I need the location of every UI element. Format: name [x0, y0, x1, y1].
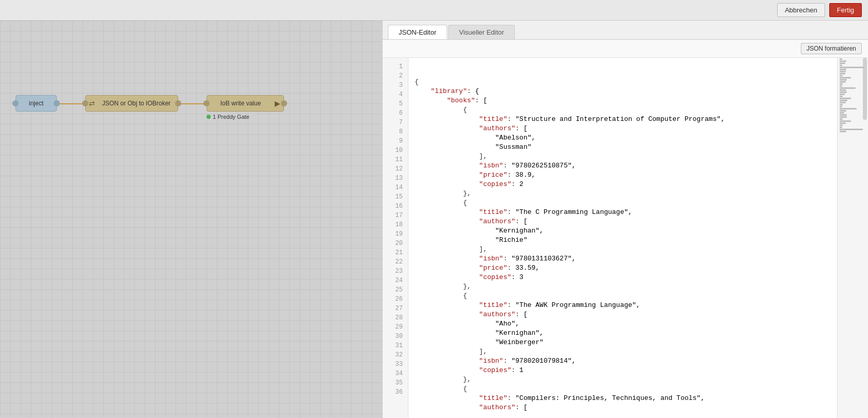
- code-line-9: ],: [415, 152, 837, 161]
- code-line-11: "price": 38.9,: [415, 171, 837, 180]
- top-bar: Abbrechen Fertig: [0, 0, 868, 21]
- code-line-16: "authors": [: [415, 217, 837, 226]
- status-dot: [207, 115, 211, 119]
- code-line-4: {: [415, 105, 837, 115]
- line-number-4: 4: [383, 90, 408, 99]
- abbrechen-button[interactable]: Abbrechen: [777, 3, 825, 17]
- code-line-27: "Aho",: [415, 319, 837, 329]
- port-left-inject: [12, 100, 19, 106]
- editor-toolbar: JSON formatieren: [383, 40, 868, 58]
- line-number-29: 29: [383, 322, 408, 332]
- line-number-6: 6: [383, 109, 408, 118]
- right-panel: JSON-Editor Visueller Editor JSON format…: [382, 21, 868, 418]
- tab-visual-editor[interactable]: Visueller Editor: [448, 25, 515, 39]
- node-status: 1 Preddy Gate: [207, 114, 249, 120]
- node-inject-label: inject: [29, 100, 43, 107]
- line-numbers: 1234567891011121314151617181920212223242…: [383, 58, 408, 418]
- code-line-30: ],: [415, 347, 837, 357]
- code-line-3: "books": [: [415, 96, 837, 105]
- line-number-14: 14: [383, 183, 408, 192]
- tab-json-editor[interactable]: JSON-Editor: [388, 25, 447, 39]
- fertig-button[interactable]: Fertig: [829, 3, 862, 17]
- line-number-30: 30: [383, 332, 408, 341]
- code-line-15: "title": "The C Programming Language",: [415, 208, 837, 217]
- line-number-12: 12: [383, 164, 408, 174]
- line-number-31: 31: [383, 341, 408, 350]
- line-number-17: 17: [383, 211, 408, 220]
- flow-canvas[interactable]: inject ⇄ JSON or Obj to IOBroker IoB wri…: [0, 21, 382, 418]
- node-iob-write[interactable]: IoB write value ▶: [207, 95, 284, 112]
- line-number-2: 2: [383, 71, 408, 81]
- port-right-json: [175, 100, 181, 106]
- scrollbar-thumb[interactable]: [863, 58, 867, 120]
- code-line-20: "isbn": "9780131103627",: [415, 254, 837, 264]
- tab-bar: JSON-Editor Visueller Editor: [383, 21, 868, 40]
- json-node-icon: ⇄: [89, 99, 95, 107]
- line-number-8: 8: [383, 127, 408, 136]
- code-line-24: {: [415, 291, 837, 301]
- code-line-28: "Kernighan",: [415, 329, 837, 338]
- code-line-35: "title": "Compilers: Principles, Techniq…: [415, 394, 837, 403]
- code-line-29: "Weinberger": [415, 338, 837, 347]
- code-line-12: "copies": 2: [415, 180, 837, 189]
- code-line-10: "isbn": "9780262510875",: [415, 161, 837, 171]
- code-line-26: "authors": [: [415, 310, 837, 319]
- line-number-15: 15: [383, 192, 408, 202]
- line-number-3: 3: [383, 81, 408, 90]
- port-right-inject: [54, 100, 60, 106]
- line-number-9: 9: [383, 136, 408, 146]
- code-line-23: },: [415, 282, 837, 291]
- line-number-13: 13: [383, 174, 408, 183]
- code-line-6: "authors": [: [415, 124, 837, 133]
- line-number-28: 28: [383, 313, 408, 322]
- node-json-label: JSON or Obj to IOBroker: [102, 100, 171, 107]
- node-iob-label: IoB write value: [220, 100, 261, 107]
- line-number-24: 24: [383, 276, 408, 285]
- port-left-json: [82, 100, 88, 106]
- code-line-33: },: [415, 375, 837, 384]
- code-line-8: "Sussman": [415, 143, 837, 152]
- line-number-19: 19: [383, 229, 408, 239]
- line-number-33: 33: [383, 360, 408, 369]
- minimap: [837, 58, 868, 418]
- line-number-7: 7: [383, 118, 408, 127]
- status-label: 1 Preddy Gate: [213, 114, 249, 120]
- code-line-31: "isbn": "9780201079814",: [415, 357, 837, 366]
- line-number-10: 10: [383, 146, 408, 155]
- line-number-21: 21: [383, 248, 408, 257]
- code-line-2: "library": {: [415, 87, 837, 96]
- code-line-22: "copies": 3: [415, 273, 837, 282]
- line-number-25: 25: [383, 285, 408, 295]
- code-line-1: {: [415, 78, 837, 87]
- port-right-iob: [281, 100, 287, 106]
- port-left-iob: [203, 100, 210, 106]
- line-number-20: 20: [383, 239, 408, 248]
- code-line-13: },: [415, 189, 837, 198]
- code-line-19: ],: [415, 245, 837, 254]
- line-number-23: 23: [383, 267, 408, 276]
- line-number-5: 5: [383, 99, 408, 109]
- node-json-obj[interactable]: ⇄ JSON or Obj to IOBroker: [85, 95, 178, 112]
- line-number-16: 16: [383, 202, 408, 211]
- code-content[interactable]: { "library": { "books": [ { "title": "St…: [408, 58, 837, 418]
- format-json-button[interactable]: JSON formatieren: [801, 43, 862, 54]
- line-number-36: 36: [383, 388, 408, 397]
- code-editor-area: 1234567891011121314151617181920212223242…: [383, 58, 868, 418]
- code-line-14: {: [415, 198, 837, 208]
- code-line-36: "authors": [: [415, 403, 837, 412]
- line-number-22: 22: [383, 257, 408, 267]
- code-line-17: "Kernighan",: [415, 226, 837, 236]
- code-line-18: "Richie": [415, 236, 837, 245]
- line-number-34: 34: [383, 369, 408, 378]
- code-line-34: {: [415, 384, 837, 394]
- main-area: inject ⇄ JSON or Obj to IOBroker IoB wri…: [0, 21, 868, 418]
- line-number-18: 18: [383, 220, 408, 229]
- code-line-5: "title": "Structure and Interpretation o…: [415, 115, 837, 124]
- code-line-7: "Abelson",: [415, 133, 837, 143]
- line-number-1: 1: [383, 62, 408, 71]
- line-number-27: 27: [383, 304, 408, 313]
- code-line-32: "copies": 1: [415, 366, 837, 375]
- node-inject[interactable]: inject: [15, 95, 57, 112]
- line-number-11: 11: [383, 155, 408, 164]
- code-line-21: "price": 33.59,: [415, 264, 837, 273]
